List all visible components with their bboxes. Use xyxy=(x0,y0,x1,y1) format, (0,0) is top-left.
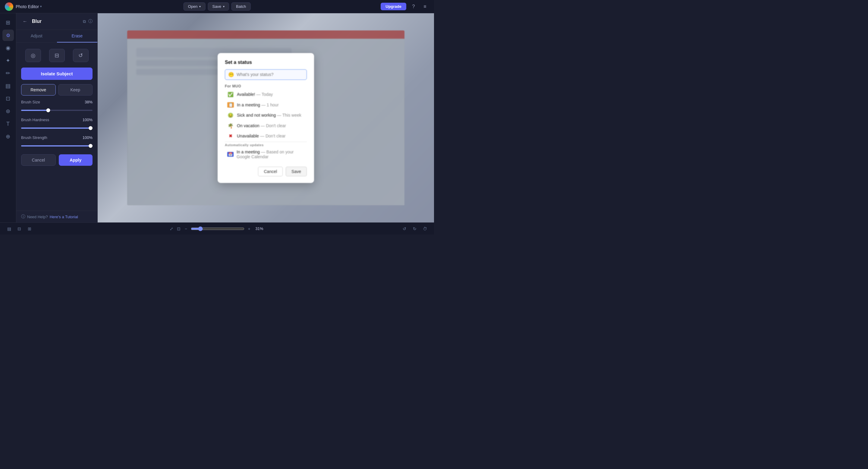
action-row: Cancel Apply xyxy=(21,154,93,166)
tab-erase[interactable]: Erase xyxy=(57,30,98,42)
sidebar-item-text[interactable]: T xyxy=(2,118,14,130)
topbar-center: Open ▾ Save ▾ Batch xyxy=(184,2,251,10)
app-title: Photo Editor xyxy=(16,4,39,9)
compare-icon: ⊟ xyxy=(18,226,21,231)
modal-input-wrap[interactable]: 😶 xyxy=(225,69,307,80)
eye-icon: ◉ xyxy=(6,44,10,51)
filter-icon: ⊛ xyxy=(6,108,10,115)
panel-info-button[interactable]: ⓘ xyxy=(88,19,93,24)
zoom-slider[interactable] xyxy=(191,226,244,231)
brush-strength-track xyxy=(21,145,93,147)
status-input[interactable] xyxy=(237,72,304,77)
open-button[interactable]: Open ▾ xyxy=(184,2,206,10)
redo-button[interactable]: ↻ xyxy=(410,224,419,233)
sidebar-item-filter[interactable]: ⊛ xyxy=(2,105,14,117)
fit-icon: ⤢ xyxy=(170,226,173,231)
in-meeting-icon: 📋 xyxy=(227,102,234,107)
sidebar-item-adjustments[interactable]: ⚙ xyxy=(2,30,14,41)
sidebar-item-magic[interactable]: ✦ xyxy=(2,55,14,66)
apps-icon: ⊡ xyxy=(6,95,10,102)
sidebar-item-brush[interactable]: ✏ xyxy=(2,67,14,79)
brush-strength-section: Brush Strength 100% xyxy=(21,135,93,149)
brush-hardness-slider-wrap[interactable] xyxy=(21,125,93,131)
brush-size-slider-wrap[interactable] xyxy=(21,107,93,113)
brush-size-fill xyxy=(21,110,48,111)
adjustments-icon: ⚙ xyxy=(6,33,10,38)
canvas-image[interactable]: Set a status 😶 For MUO ✅ xyxy=(127,30,404,205)
status-in-meeting[interactable]: 📋 In a meeting — 1 hour xyxy=(225,100,307,110)
upgrade-button[interactable]: Upgrade xyxy=(381,3,406,10)
zoom-out-icon: − xyxy=(185,226,187,231)
apply-button[interactable]: Apply xyxy=(59,154,93,166)
zoom-out-button[interactable]: − xyxy=(184,224,188,233)
status-available[interactable]: ✅ Available! — Today xyxy=(225,90,307,99)
magic-icon: ✦ xyxy=(6,57,10,64)
help-icon-button[interactable]: ? xyxy=(409,2,418,11)
menu-icon-button[interactable]: ≡ xyxy=(421,2,429,11)
layers-icon: ▤ xyxy=(5,83,10,89)
icon-sidebar: ⊞ ⚙ ◉ ✦ ✏ ▤ ⊡ ⊛ T ⊕ xyxy=(0,13,16,222)
brush-strength-fill xyxy=(21,145,93,147)
remove-button[interactable]: Remove xyxy=(21,84,56,96)
app-logo xyxy=(5,2,13,11)
grid-button[interactable]: ⊞ xyxy=(25,224,34,233)
undo-button[interactable]: ↺ xyxy=(400,224,409,233)
brush-icon: ✏ xyxy=(6,70,10,76)
modal-divider xyxy=(225,142,307,142)
brush-size-thumb[interactable] xyxy=(46,108,50,113)
bottom-bar: ▤ ⊟ ⊞ ⤢ ⊡ − + 31% ↺ ↻ ⏱ xyxy=(0,222,434,234)
modal-cancel-button[interactable]: Cancel xyxy=(258,167,283,176)
sidebar-item-apps[interactable]: ⊡ xyxy=(2,93,14,104)
status-auto-meeting[interactable]: 📅 In a meeting — Based on your Google Ca… xyxy=(225,147,307,161)
save-label: Save xyxy=(212,4,221,9)
brush-strength-thumb[interactable] xyxy=(89,144,93,148)
canvas-area: Set a status 😶 For MUO ✅ xyxy=(98,13,434,222)
open-chevron: ▾ xyxy=(199,5,201,8)
zoom-display: 31% xyxy=(254,226,265,231)
modal-save-button[interactable]: Save xyxy=(286,167,307,176)
paint-tool-button[interactable]: ⊟ xyxy=(49,49,65,62)
lasso-tool-button[interactable]: ◎ xyxy=(25,49,41,62)
reset-tool-button[interactable]: ↺ xyxy=(73,49,89,62)
keep-button[interactable]: Keep xyxy=(58,84,93,96)
sidebar-item-layers[interactable]: ▤ xyxy=(2,80,14,92)
save-button[interactable]: Save ▾ xyxy=(208,2,229,10)
tab-adjust[interactable]: Adjust xyxy=(16,30,57,42)
modal-overlay: Set a status 😶 For MUO ✅ xyxy=(127,30,404,205)
stamp-icon: ⊕ xyxy=(6,133,10,140)
app-title-group[interactable]: Photo Editor ▾ xyxy=(16,4,42,9)
help-tutorial-link[interactable]: Here's a Tutorial xyxy=(50,215,78,219)
compare-button[interactable]: ⊟ xyxy=(15,224,24,233)
modal-section-label: For MUO xyxy=(225,84,307,88)
isolate-subject-button[interactable]: Isolate Subject xyxy=(21,67,93,80)
panel-title: Blur xyxy=(32,19,80,24)
vacation-icon: 🌴 xyxy=(227,123,234,129)
history-button[interactable]: ⏱ xyxy=(421,224,429,233)
cancel-button[interactable]: Cancel xyxy=(21,154,56,166)
batch-button[interactable]: Batch xyxy=(231,2,250,10)
sidebar-item-eye[interactable]: ◉ xyxy=(2,42,14,54)
text-icon: T xyxy=(6,121,10,127)
brush-strength-slider-wrap[interactable] xyxy=(21,143,93,149)
brush-strength-value: 100% xyxy=(83,135,93,140)
status-unavailable[interactable]: ✖ Unavailable — Don't clear xyxy=(225,131,307,140)
set-status-modal: Set a status 😶 For MUO ✅ xyxy=(218,53,314,183)
help-section: ⓘ Need Help? Here's a Tutorial xyxy=(16,211,97,222)
panel-back-button[interactable]: ← xyxy=(21,18,29,25)
main-layout: ⊞ ⚙ ◉ ✦ ✏ ▤ ⊡ ⊛ T ⊕ ← xyxy=(0,13,434,222)
topbar-right: Upgrade ? ≡ xyxy=(381,2,429,11)
help-info-icon: ⓘ xyxy=(21,214,25,219)
crop-button[interactable]: ⊡ xyxy=(176,224,181,233)
panel-copy-button[interactable]: ⧉ xyxy=(83,19,86,24)
bottom-right-tools: ↺ ↻ ⏱ xyxy=(400,224,429,233)
sidebar-item-images[interactable]: ⊞ xyxy=(2,17,14,28)
zoom-in-button[interactable]: + xyxy=(247,224,252,233)
sidebar-item-stamp[interactable]: ⊕ xyxy=(2,131,14,142)
auto-meeting-label: In a meeting — Based on your Google Cale… xyxy=(237,150,304,159)
status-vacation[interactable]: 🌴 On vacation — Don't clear xyxy=(225,121,307,131)
save-chevron: ▾ xyxy=(223,5,224,8)
brush-hardness-thumb[interactable] xyxy=(89,126,93,130)
layers-bottom-button[interactable]: ▤ xyxy=(5,224,13,233)
fit-button[interactable]: ⤢ xyxy=(169,224,174,233)
status-sick[interactable]: 🤢 Sick and not working — This week xyxy=(225,110,307,120)
